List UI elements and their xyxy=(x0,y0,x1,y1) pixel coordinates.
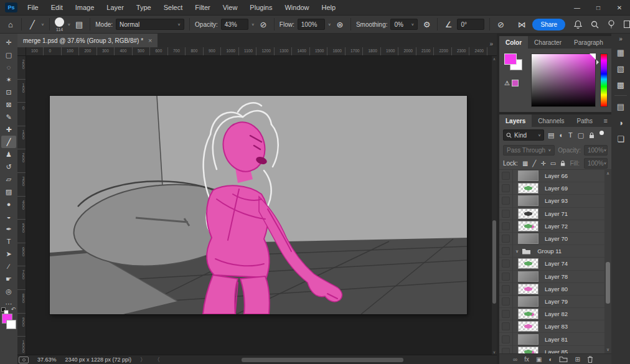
chevron-down-icon[interactable]: ∨ xyxy=(328,22,331,26)
scrollbar-thumb[interactable] xyxy=(492,220,496,304)
menu-item[interactable]: Type xyxy=(130,0,158,15)
layer-thumbnail[interactable] xyxy=(518,309,538,319)
tab-overflow-icon[interactable]: » xyxy=(486,40,497,47)
brush-settings-panel-icon[interactable]: ▤ xyxy=(73,20,85,29)
layer-name[interactable]: Layer 74 xyxy=(545,260,568,267)
layer-name[interactable]: Layer 78 xyxy=(545,273,568,280)
layer-name[interactable]: Layer 83 xyxy=(545,323,568,330)
layer-row-layer-83[interactable]: ∨ Layer 83 xyxy=(499,320,611,333)
menu-item[interactable]: Image xyxy=(69,0,101,15)
panel-tab[interactable]: Layers xyxy=(499,114,532,127)
visibility-toggle[interactable] xyxy=(499,195,513,207)
delete-layer-icon[interactable] xyxy=(587,356,593,363)
layer-thumbnail[interactable] xyxy=(518,258,538,269)
canvas-horizontal-scrollbar[interactable] xyxy=(242,358,403,362)
search-icon[interactable] xyxy=(591,21,599,29)
layer-filter-kind-select[interactable]: Kind ∨ xyxy=(503,129,544,141)
adjustment-layer-icon[interactable]: ◐ xyxy=(548,356,552,363)
tool-type[interactable]: T xyxy=(1,235,16,248)
panel-tab[interactable]: Character xyxy=(528,36,568,49)
tool-zoom[interactable]: ◎ xyxy=(1,285,16,297)
scrollbar-thumb[interactable] xyxy=(606,262,610,304)
layer-row-layer-93[interactable]: ∨ Layer 93 xyxy=(499,195,611,207)
filter-toggle-pip[interactable] xyxy=(599,131,604,135)
layer-effects-icon[interactable]: fx xyxy=(524,356,529,363)
lock-transparency-icon[interactable]: ▦ xyxy=(522,160,528,167)
layer-row-group-11[interactable]: ∨ Group 11 xyxy=(499,245,611,258)
tool-path-select[interactable]: ➤ xyxy=(1,248,16,260)
new-layer-icon[interactable]: ⊞ xyxy=(575,356,580,363)
hue-slider[interactable] xyxy=(600,54,608,107)
layer-thumbnail[interactable] xyxy=(518,284,538,294)
layer-thumbnail[interactable] xyxy=(518,233,538,244)
layer-name[interactable]: Layer 72 xyxy=(545,223,568,230)
layers-scrollbar[interactable]: ∧ ∨ xyxy=(604,170,611,353)
screen-mode-icon[interactable] xyxy=(19,357,29,363)
dock-icon-gradients[interactable]: ▧ xyxy=(613,60,628,77)
status-chevron-icon[interactable]: 〉 xyxy=(140,356,146,364)
visibility-toggle[interactable] xyxy=(499,220,513,232)
canvas-vertical-scrollbar[interactable]: ∧ ∨ xyxy=(492,56,497,355)
link-layers-icon[interactable]: ∞ xyxy=(513,356,517,363)
layer-row-layer-74[interactable]: ∨ Layer 74 xyxy=(499,258,611,270)
layer-name[interactable]: Layer 93 xyxy=(545,197,568,204)
canvas-artwork[interactable] xyxy=(50,96,467,314)
layer-thumbnail[interactable] xyxy=(518,321,538,332)
layer-row-layer-70[interactable]: ∨ Layer 70 xyxy=(499,233,611,245)
opacity-input[interactable]: 43% xyxy=(221,19,248,30)
panel-tab[interactable]: Paragraph xyxy=(568,36,609,49)
visibility-toggle[interactable] xyxy=(499,333,513,345)
share-button[interactable]: Share xyxy=(532,19,565,30)
layer-thumbnail[interactable] xyxy=(518,347,538,353)
maximize-button[interactable]: □ xyxy=(588,0,609,15)
tab-close-icon[interactable]: × xyxy=(148,37,152,44)
layer-row-layer-71[interactable]: ∨ Layer 71 xyxy=(499,208,611,220)
visibility-toggle[interactable] xyxy=(499,320,513,332)
airbrush-icon[interactable]: ⊛ xyxy=(334,20,346,29)
tool-history-brush[interactable]: ↺ xyxy=(1,161,16,173)
layer-thumbnail[interactable] xyxy=(518,195,538,206)
layer-row-layer-79[interactable]: ∨ Layer 79 xyxy=(499,296,611,308)
scroll-down-icon[interactable]: ∨ xyxy=(492,350,497,354)
foreground-color-swatch[interactable] xyxy=(504,54,517,65)
brush-angle-input[interactable]: 0° xyxy=(457,19,484,30)
scroll-down-icon[interactable]: ∨ xyxy=(604,347,611,352)
collapse-panels-icon[interactable]: » xyxy=(619,35,623,44)
panel-tab[interactable]: Channels xyxy=(532,114,570,127)
lock-pixels-icon[interactable]: ╱ xyxy=(532,160,536,167)
visibility-toggle[interactable] xyxy=(499,346,513,353)
zoom-level[interactable]: 37.63% xyxy=(37,357,57,363)
hue-slider-arrow[interactable] xyxy=(596,60,601,65)
filter-lock-icon[interactable] xyxy=(589,132,595,139)
filter-image-icon[interactable]: ▤ xyxy=(548,131,554,139)
visibility-toggle[interactable] xyxy=(499,271,513,282)
tool-brush[interactable]: ╱ xyxy=(1,136,16,148)
brush-tool-icon[interactable]: ╱ xyxy=(27,20,38,29)
chevron-down-icon[interactable]: ∨ xyxy=(252,22,255,26)
bell-icon[interactable] xyxy=(574,20,582,29)
panel-menu-icon[interactable]: ≡ xyxy=(600,114,611,127)
visibility-toggle[interactable] xyxy=(499,245,513,257)
layer-name[interactable]: Layer 82 xyxy=(545,310,568,317)
lock-position-icon[interactable]: ✛ xyxy=(540,160,545,167)
home-icon[interactable]: ⌂ xyxy=(5,20,16,29)
chevron-down-icon[interactable]: ∨ xyxy=(67,22,70,26)
layer-fill-input[interactable]: 100% ∨ xyxy=(584,158,608,169)
layer-thumbnail[interactable] xyxy=(518,296,538,307)
scroll-up-icon[interactable]: ∧ xyxy=(604,171,611,176)
tool-eraser[interactable]: ▱ xyxy=(1,173,16,185)
scroll-up-icon[interactable]: ∧ xyxy=(492,57,497,61)
lock-all-icon[interactable] xyxy=(560,160,565,167)
layer-name[interactable]: Layer 79 xyxy=(545,298,568,305)
layer-row-layer-66[interactable]: ∨ Layer 66 xyxy=(499,170,611,182)
layer-name[interactable]: Layer 70 xyxy=(545,235,568,242)
tool-magic-wand[interactable]: ✶ xyxy=(1,73,16,86)
tool-move[interactable]: ✛ xyxy=(1,36,16,49)
visibility-toggle[interactable] xyxy=(499,296,513,307)
new-group-icon[interactable] xyxy=(559,356,568,362)
filter-type-icon[interactable]: T xyxy=(568,131,573,139)
layer-thumbnail[interactable] xyxy=(518,183,538,194)
layer-row-layer-69[interactable]: ∨ Layer 69 xyxy=(499,182,611,195)
dock-icon-libraries[interactable]: ▤ xyxy=(613,98,628,114)
saturation-brightness-field[interactable] xyxy=(531,54,596,107)
